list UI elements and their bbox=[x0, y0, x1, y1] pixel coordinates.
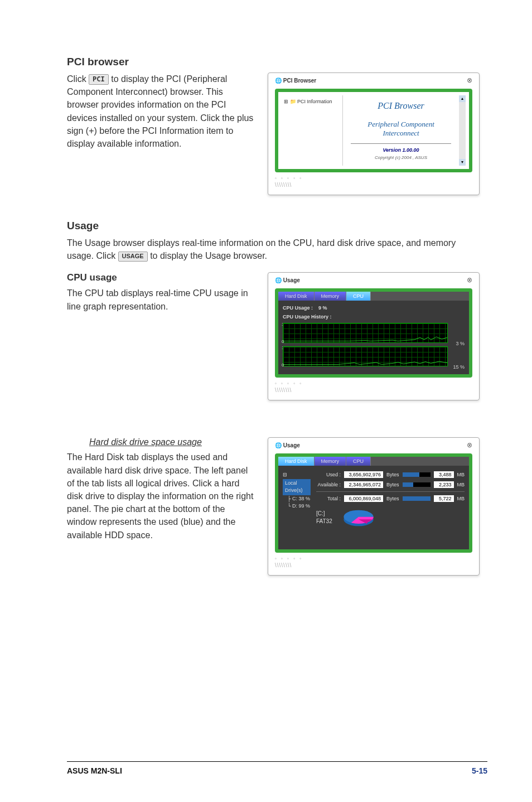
y-axis-bottom: 0 bbox=[282, 363, 284, 368]
cpu-window: 🌐 Usage ⊗ Hard Disk Memory CPU CPU Usage… bbox=[268, 272, 480, 400]
cpu-body: The CPU tab displays real-time CPU usage… bbox=[67, 287, 257, 312]
tab-bar: Hard Disk Memory CPU bbox=[278, 292, 469, 301]
cpu-usage-value: 9 % bbox=[318, 305, 327, 311]
drive-tree: ⊟ Local Drive(s) ├ C: 38 % └ D: 99 % bbox=[283, 471, 311, 544]
total-label: Total : bbox=[316, 496, 341, 501]
window-title-icon: 🌐 Usage bbox=[275, 442, 300, 448]
mb-unit: MB bbox=[457, 472, 465, 477]
total-bar bbox=[403, 496, 431, 501]
tree-drive-c[interactable]: ├ C: 38 % bbox=[283, 495, 311, 503]
tab-hard-disk[interactable]: Hard Disk bbox=[278, 457, 315, 466]
tab-cpu[interactable]: CPU bbox=[346, 457, 371, 466]
cpu-graph-1 bbox=[283, 323, 448, 343]
y-axis-bottom: 0 bbox=[282, 339, 284, 344]
pci-tree-pane: ⊞ 📁 PCI Information bbox=[282, 95, 343, 166]
pci-app-sub1: Peripheral Component bbox=[345, 120, 457, 129]
hdd-window-title: Usage bbox=[283, 442, 300, 448]
cpu-graph1-value: 3 % bbox=[450, 341, 465, 346]
tab-memory[interactable]: Memory bbox=[315, 292, 347, 301]
scroll-up-icon[interactable]: ▴ bbox=[459, 95, 466, 102]
usage-heading: Usage bbox=[67, 220, 487, 232]
close-icon[interactable]: ⊗ bbox=[467, 276, 472, 284]
pci-body: Click PCI to display the PCI (Peripheral… bbox=[67, 73, 257, 150]
bytes-unit: Bytes bbox=[386, 472, 399, 477]
hdd-link-title: Hard disk drive space usage bbox=[89, 437, 257, 447]
pci-window: 🌐 PCI Browser ⊗ ⊞ 📁 PCI Information PCI … bbox=[268, 73, 480, 195]
disk-pie-chart bbox=[339, 506, 378, 529]
tab-hard-disk[interactable]: Hard Disk bbox=[278, 292, 315, 301]
close-icon[interactable]: ⊗ bbox=[467, 441, 472, 449]
pci-click-pre: Click bbox=[67, 74, 89, 84]
pie-fs: FAT32 bbox=[316, 518, 332, 525]
hdd-body: The Hard Disk tab displays the used and … bbox=[67, 451, 257, 541]
pci-app-sub2: Interconnect bbox=[345, 129, 457, 138]
tab-memory[interactable]: Memory bbox=[315, 457, 347, 466]
tree-collapse-icon[interactable]: ⊟ bbox=[283, 472, 287, 477]
pci-info-pane: PCI Browser Peripheral Component Interco… bbox=[343, 95, 459, 166]
resize-grip-icon: ◦ ◦ ◦ ◦ ◦ bbox=[275, 176, 472, 181]
close-icon[interactable]: ⊗ bbox=[467, 76, 472, 84]
pci-app-title: PCI Browser bbox=[345, 101, 457, 111]
tree-expand-icon[interactable]: ⊞ 📁 bbox=[284, 99, 296, 104]
avail-bytes: 2,346,965,072 bbox=[344, 481, 383, 488]
hdd-window: 🌐 Usage ⊗ Hard Disk Memory CPU ⊟ Local D… bbox=[268, 437, 480, 576]
pci-body-text: to display the PCI (Peripheral Component… bbox=[67, 74, 253, 148]
tree-root[interactable]: Local Drive(s) bbox=[283, 479, 311, 495]
used-bar bbox=[403, 472, 431, 477]
usage-intro-post: to display the Usage browser. bbox=[150, 251, 267, 260]
product-name: ASUS M2N-SLI bbox=[67, 766, 122, 775]
pci-button-icon: PCI bbox=[89, 74, 109, 85]
cpu-heading: CPU usage bbox=[67, 272, 257, 283]
usage-intro: The Usage browser displays real-time inf… bbox=[67, 236, 468, 262]
pie-drive: [C:] bbox=[316, 510, 332, 518]
tree-drive-d[interactable]: └ D: 99 % bbox=[283, 503, 311, 510]
avail-mb: 2,233 bbox=[434, 481, 454, 488]
resize-grip-icon: ◦ ◦ ◦ ◦ ◦ bbox=[275, 381, 472, 386]
total-mb: 5,722 bbox=[434, 495, 454, 502]
cpu-history-label: CPU Usage History : bbox=[283, 314, 465, 320]
page-footer: ASUS M2N-SLI 5-15 bbox=[67, 761, 487, 775]
bytes-unit: Bytes bbox=[386, 482, 399, 487]
resize-grip-icon: ◦ ◦ ◦ ◦ ◦ bbox=[275, 556, 472, 561]
window-hatch: \\\\\\\\ bbox=[275, 562, 472, 568]
usage-button-icon: USAGE bbox=[118, 252, 148, 262]
cpu-graph2-value: 15 % bbox=[450, 364, 465, 370]
bytes-unit: Bytes bbox=[386, 496, 399, 501]
avail-label: Available : bbox=[316, 482, 341, 487]
pci-window-title: PCI Browser bbox=[283, 78, 316, 84]
used-mb: 3,488 bbox=[434, 471, 454, 478]
scrollbar[interactable]: ▴ ▾ bbox=[459, 95, 466, 166]
pci-heading: PCI browser bbox=[67, 56, 487, 68]
mb-unit: MB bbox=[457, 482, 465, 487]
cpu-usage-label: CPU Usage : bbox=[283, 305, 313, 311]
scroll-down-icon[interactable]: ▾ bbox=[459, 159, 466, 166]
pci-tree-item[interactable]: PCI Information bbox=[297, 99, 332, 104]
tab-cpu[interactable]: CPU bbox=[346, 292, 371, 301]
window-hatch: \\\\\\\\ bbox=[275, 182, 472, 188]
pci-copyright: Copyright (c) 2004 , ASUS bbox=[345, 155, 457, 160]
tab-bar: Hard Disk Memory CPU bbox=[278, 457, 469, 466]
cpu-graph-2 bbox=[283, 346, 448, 366]
used-bytes: 3,656,902,976 bbox=[344, 471, 383, 478]
total-bytes: 6,000,869,048 bbox=[344, 495, 383, 502]
window-title-icon: 🌐 Usage bbox=[275, 277, 300, 283]
page-number: 5-15 bbox=[472, 766, 487, 775]
mb-unit: MB bbox=[457, 496, 465, 501]
used-label: Used : bbox=[316, 472, 341, 477]
window-hatch: \\\\\\\\ bbox=[275, 387, 472, 393]
pci-version: Version 1.00.00 bbox=[351, 143, 451, 153]
cpu-window-title: Usage bbox=[283, 277, 300, 283]
avail-bar bbox=[403, 482, 431, 487]
window-title-icon: 🌐 PCI Browser bbox=[275, 78, 316, 84]
